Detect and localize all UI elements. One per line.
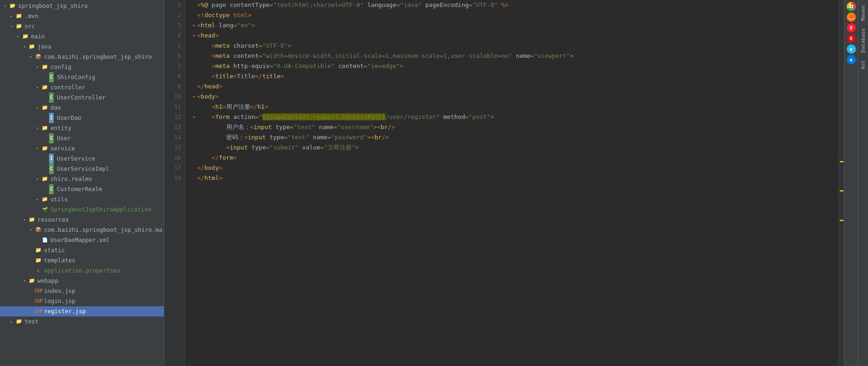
line-number-14: 14 bbox=[164, 132, 181, 143]
tree-label-webapp: webapp bbox=[37, 276, 58, 286]
tree-item-com[interactable]: ▾📦com.baizhi.springboot_jsp_shiro bbox=[0, 52, 164, 62]
tree-item-java[interactable]: ▾📁java bbox=[0, 42, 164, 52]
opera-mini-icon[interactable]: O bbox=[847, 23, 856, 32]
tree-item-UserController[interactable]: CUserController bbox=[0, 93, 164, 103]
edge-icon[interactable]: e bbox=[847, 55, 856, 64]
line-number-15: 15 bbox=[164, 143, 181, 153]
tree-item-shiro_realms[interactable]: ▾📁shiro.realms bbox=[0, 174, 164, 184]
code-area[interactable]: <%@ page contentType="text/html;charset=… bbox=[185, 0, 838, 366]
tree-label-templates: templates bbox=[44, 255, 75, 266]
code-line-17: </body> bbox=[191, 163, 838, 173]
ie-icon[interactable]: e bbox=[847, 44, 856, 54]
tree-item-com_res[interactable]: ▾📦com.baizhi.springboot_jsp_shiro.ma bbox=[0, 225, 164, 235]
tree-label-dao: dao bbox=[50, 103, 61, 113]
tree-item-dao[interactable]: ▾📁dao bbox=[0, 103, 164, 113]
line-number-3: 3 bbox=[164, 20, 181, 31]
fold-arrow-12[interactable]: ▾ bbox=[191, 112, 197, 122]
database-tab[interactable]: Database bbox=[859, 25, 867, 56]
line-number-4: 4 bbox=[164, 31, 181, 41]
tree-label-ShiroConfig: ShiroConfig bbox=[57, 72, 95, 82]
code-line-15: <input type="submit" value="立即注册"> bbox=[191, 143, 838, 153]
tree-label-UserService: UserService bbox=[57, 154, 95, 164]
tree-item-mvn[interactable]: ▸📁.mvn bbox=[0, 11, 164, 21]
tree-label-register_jsp: register.jsp bbox=[44, 306, 86, 316]
tree-item-UserServiceImpl[interactable]: CUserServiceImpl bbox=[0, 164, 164, 174]
tree-item-application[interactable]: ⚙application.properties bbox=[0, 266, 164, 276]
tree-label-mvn: .mvn bbox=[25, 11, 38, 21]
tree-label-UserController: UserController bbox=[57, 93, 105, 103]
line-number-13: 13 bbox=[164, 122, 181, 132]
code-line-14: 密码：<input type="text" name="password"><b… bbox=[191, 132, 838, 143]
tree-label-resources: resources bbox=[37, 215, 69, 225]
line-number-11: 11 bbox=[164, 102, 181, 112]
line-number-8: 8 bbox=[164, 71, 181, 81]
line-number-18: 18 bbox=[164, 173, 181, 183]
tree-label-test: test bbox=[25, 316, 38, 327]
tree-item-templates[interactable]: 📁templates bbox=[0, 255, 164, 266]
tree-label-utils: utils bbox=[50, 194, 68, 205]
tree-label-entity: entity bbox=[50, 123, 71, 133]
tree-item-static[interactable]: 📁static bbox=[0, 245, 164, 255]
tree-label-src: src bbox=[25, 21, 35, 31]
code-line-10: ▾<body> bbox=[191, 92, 838, 102]
line-number-17: 17 bbox=[164, 163, 181, 173]
tree-label-com: com.baizhi.springboot_jsp_shiro bbox=[44, 52, 152, 62]
tree-label-SpringbootJspShiroApplication: SpringbootJspShiroApplication bbox=[50, 205, 151, 215]
tree-item-UserDao[interactable]: IUserDao bbox=[0, 113, 164, 123]
code-line-2: <!doctype html> bbox=[191, 10, 838, 20]
tree-item-config[interactable]: ▾📁config bbox=[0, 62, 164, 72]
tree-label-UserDaoMapper: UserDaoMapper.xml bbox=[50, 235, 110, 245]
tree-label-config: config bbox=[50, 62, 71, 72]
tree-label-java: java bbox=[37, 42, 51, 52]
code-line-5: <meta charset="UTF-8"> bbox=[191, 41, 838, 51]
tree-item-User[interactable]: CUser bbox=[0, 133, 164, 143]
file-tree[interactable]: ▾📁springboot_jsp_shiro▸📁.mvn▾📁src▾📁main▾… bbox=[0, 0, 164, 366]
line-number-16: 16 bbox=[164, 153, 181, 163]
right-sidebar: Maven Database Ant bbox=[858, 0, 868, 366]
line-number-2: 2 bbox=[164, 10, 181, 20]
maven-tab[interactable]: Maven bbox=[859, 2, 867, 25]
code-line-7: <meta http-equiv="X-UA-Compatible" conte… bbox=[191, 61, 838, 71]
right-tools-panel: 🦊 O O e e bbox=[844, 0, 858, 366]
line-numbers: 123456789101112131415161718 bbox=[164, 0, 185, 366]
tree-item-controller[interactable]: ▾📁controller bbox=[0, 82, 164, 93]
tree-label-com_res: com.baizhi.springboot_jsp_shiro.ma bbox=[44, 225, 162, 235]
tree-label-root: springboot_jsp_shiro bbox=[18, 1, 88, 11]
tree-item-index_jsp[interactable]: JSPindex.jsp bbox=[0, 286, 164, 296]
editor-area: 123456789101112131415161718 <%@ page con… bbox=[164, 0, 844, 366]
tree-item-test[interactable]: ▸📁test bbox=[0, 316, 164, 327]
tree-label-UserServiceImpl: UserServiceImpl bbox=[57, 164, 109, 174]
tree-item-service[interactable]: ▾📁service bbox=[0, 143, 164, 154]
tree-item-UserService[interactable]: IUserService bbox=[0, 154, 164, 164]
line-number-12: 12 bbox=[164, 112, 181, 122]
code-line-8: <title>Title</title> bbox=[191, 71, 838, 81]
ant-tab[interactable]: Ant bbox=[859, 56, 867, 73]
fold-arrow-3[interactable]: ▾ bbox=[191, 20, 197, 31]
tree-item-webapp[interactable]: ▾📁webapp bbox=[0, 276, 164, 286]
firefox-icon[interactable]: 🦊 bbox=[847, 12, 856, 22]
tree-label-shiro_realms: shiro.realms bbox=[50, 174, 92, 184]
tree-item-CustomerRealm[interactable]: CCustomerRealm bbox=[0, 184, 164, 194]
tree-item-register_jsp[interactable]: JSPregister.jsp bbox=[0, 306, 164, 316]
tree-item-entity[interactable]: ▾📁entity bbox=[0, 123, 164, 133]
tree-item-resources[interactable]: ▾📁resources bbox=[0, 215, 164, 225]
tree-item-main[interactable]: ▾📁main bbox=[0, 31, 164, 42]
code-line-3: ▾<html lang="en"> bbox=[191, 20, 838, 31]
code-line-11: <h1>用户注册</h1> bbox=[191, 102, 838, 112]
fold-arrow-4[interactable]: ▾ bbox=[191, 31, 197, 41]
tree-label-User: User bbox=[57, 133, 71, 143]
tree-item-login_jsp[interactable]: JSPlogin.jsp bbox=[0, 296, 164, 306]
code-line-9: </head> bbox=[191, 81, 838, 92]
fold-arrow-10[interactable]: ▾ bbox=[191, 92, 197, 102]
chrome-icon[interactable] bbox=[847, 2, 856, 11]
tree-item-ShiroConfig[interactable]: CShiroConfig bbox=[0, 72, 164, 82]
opera-icon[interactable]: O bbox=[847, 34, 856, 43]
tree-item-UserDaoMapper[interactable]: 📄UserDaoMapper.xml bbox=[0, 235, 164, 245]
tree-item-root[interactable]: ▾📁springboot_jsp_shiro bbox=[0, 1, 164, 11]
tree-label-UserDao: UserDao bbox=[57, 113, 81, 123]
tree-item-SpringbootJspShiroApplication[interactable]: 🌱SpringbootJspShiroApplication bbox=[0, 205, 164, 215]
line-number-9: 9 bbox=[164, 81, 181, 92]
tree-item-utils[interactable]: ▸📁utils bbox=[0, 194, 164, 205]
tree-item-src[interactable]: ▾📁src bbox=[0, 21, 164, 31]
line-number-7: 7 bbox=[164, 61, 181, 71]
